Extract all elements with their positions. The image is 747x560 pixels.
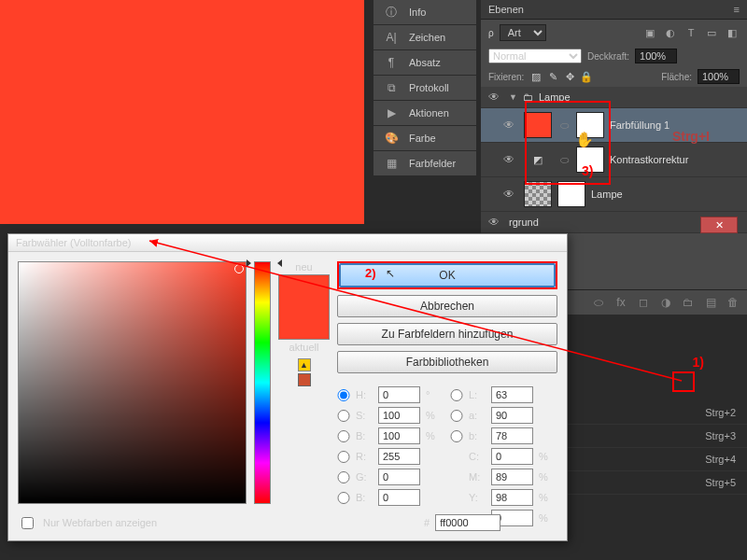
panel-farbe[interactable]: 🎨Farbe xyxy=(374,126,476,151)
visibility-icon[interactable]: 👁 xyxy=(500,188,518,201)
layer-name[interactable]: Kontrastkorrektur xyxy=(610,154,688,165)
saturation-brightness-field[interactable] xyxy=(18,261,247,504)
lock-transparent-icon[interactable]: ▨ xyxy=(529,71,543,83)
annotation-box-1 xyxy=(672,371,695,392)
filter-kind-select[interactable]: Art xyxy=(500,24,546,41)
color-picker-dialog: Farbwähler (Volltonfarbe) neu aktuell ▲ … xyxy=(7,233,568,541)
new-layer-icon[interactable]: ▤ xyxy=(701,295,720,310)
blend-mode-select[interactable]: Normal xyxy=(488,49,582,63)
filter-pixel-icon[interactable]: ▣ xyxy=(642,25,657,40)
add-swatch-button[interactable]: Zu Farbfeldern hinzufügen xyxy=(337,323,557,345)
layer-group[interactable]: 👁 ▼ 🗀 Lampe xyxy=(481,87,747,108)
adjustment-layer-icon[interactable]: ◑ xyxy=(656,295,675,310)
g-input[interactable] xyxy=(378,469,420,485)
group-icon[interactable]: 🗀 xyxy=(679,295,698,310)
h-radio[interactable] xyxy=(337,389,350,401)
mask-thumbnail[interactable] xyxy=(557,181,585,207)
a-input[interactable] xyxy=(491,407,533,424)
panel-protokoll[interactable]: ⧉Protokoll xyxy=(374,76,476,101)
annotation-3: 3) xyxy=(582,163,593,178)
filter-smart-icon[interactable]: ◧ xyxy=(725,25,740,40)
bval-input[interactable] xyxy=(378,427,420,444)
b-input[interactable] xyxy=(491,427,533,444)
panel-menu-icon[interactable]: ≡ xyxy=(734,4,740,15)
fill-input[interactable] xyxy=(698,69,740,84)
panel-title: Ebenen xyxy=(488,4,524,15)
l-radio[interactable] xyxy=(450,389,463,401)
y-input[interactable] xyxy=(491,489,533,506)
b-radio[interactable] xyxy=(337,430,350,442)
dialog-titlebar[interactable]: Farbwähler (Volltonfarbe) xyxy=(8,234,567,252)
color-values-grid: H:° L: S:% a: B:% b: R: C:% G: M:% B: Y:… xyxy=(337,386,557,526)
lock-position-icon[interactable]: ✥ xyxy=(563,71,576,83)
color-picker-ring[interactable] xyxy=(234,264,244,273)
gamut-swatch[interactable] xyxy=(298,373,311,386)
a-radio[interactable] xyxy=(450,410,463,422)
r-radio[interactable] xyxy=(337,451,350,463)
layer-row[interactable]: 👁 Lampe xyxy=(481,177,747,212)
disclosure-icon[interactable]: ▼ xyxy=(509,92,517,102)
s-radio[interactable] xyxy=(337,410,350,422)
visibility-icon[interactable]: 👁 xyxy=(500,119,518,132)
canvas-area[interactable] xyxy=(0,0,364,224)
hex-input[interactable] xyxy=(435,514,500,531)
dialog-close-button[interactable]: ✕ xyxy=(700,217,738,233)
c-input[interactable] xyxy=(491,448,533,465)
filter-type-icon[interactable]: T xyxy=(684,25,698,40)
layer-row[interactable]: 👁 ◩ ⬭ Kontrastkorrektur xyxy=(481,143,747,177)
actions-icon: ▶ xyxy=(383,106,400,119)
hue-slider-thumb[interactable] xyxy=(250,259,278,267)
r-input[interactable] xyxy=(378,448,420,465)
link-layers-icon[interactable]: ⬭ xyxy=(589,295,608,310)
g-radio[interactable] xyxy=(337,471,350,483)
blue-input[interactable] xyxy=(378,489,420,506)
panel-info[interactable]: ⓘInfo xyxy=(374,0,476,25)
cancel-button[interactable]: Abbrechen xyxy=(337,295,557,317)
delete-icon[interactable]: 🗑 xyxy=(724,295,742,310)
opacity-label: Deckkraft: xyxy=(587,51,629,62)
lock-all-icon[interactable]: 🔒 xyxy=(580,71,593,83)
web-colors-label: Nur Webfarben anzeigen xyxy=(43,517,157,528)
m-input[interactable] xyxy=(491,469,533,485)
annotation-2: 2) xyxy=(365,266,376,280)
web-colors-checkbox[interactable] xyxy=(21,517,34,529)
hand-cursor-icon: ✋ xyxy=(575,131,594,148)
visibility-icon[interactable]: 👁 xyxy=(485,91,503,104)
cursor-icon: ↖ xyxy=(386,267,395,280)
paragraph-icon: ¶ xyxy=(383,56,400,69)
panel-label: Info xyxy=(409,7,426,18)
layer-name[interactable]: Farbfüllung 1 xyxy=(610,119,669,131)
annotation-box-3 xyxy=(525,101,611,185)
panel-zeichen[interactable]: A|Zeichen xyxy=(374,25,476,50)
blue-radio[interactable] xyxy=(337,492,350,504)
gamut-warning-icon[interactable]: ▲ xyxy=(298,358,311,371)
layer-thumbnail[interactable] xyxy=(524,181,552,207)
panel-aktionen[interactable]: ▶Aktionen xyxy=(374,101,476,126)
visibility-icon[interactable]: 👁 xyxy=(500,153,518,166)
l-input[interactable] xyxy=(491,386,533,403)
s-input[interactable] xyxy=(378,407,420,424)
hue-slider[interactable] xyxy=(254,261,271,504)
collapsed-panels: ⓘInfo A|Zeichen ¶Absatz ⧉Protokoll ▶Akti… xyxy=(374,0,476,176)
filter-adjust-icon[interactable]: ◐ xyxy=(663,25,678,40)
visibility-icon[interactable]: 👁 xyxy=(485,216,503,229)
annotation-1: 1) xyxy=(693,355,704,370)
h-input[interactable] xyxy=(378,386,420,403)
filter-shape-icon[interactable]: ▭ xyxy=(704,25,719,40)
history-icon: ⧉ xyxy=(383,81,400,94)
color-libraries-button[interactable]: Farbbibliotheken xyxy=(337,351,557,373)
opacity-input[interactable] xyxy=(635,49,677,63)
color-icon: 🎨 xyxy=(383,132,400,145)
panel-absatz[interactable]: ¶Absatz xyxy=(374,50,476,76)
panel-farbfelder[interactable]: ▦Farbfelder xyxy=(374,151,476,176)
fx-icon[interactable]: fx xyxy=(612,295,630,310)
panel-label: Absatz xyxy=(409,57,441,68)
color-swatch[interactable] xyxy=(278,274,330,340)
layer-name[interactable]: Lampe xyxy=(591,189,623,200)
lock-pixels-icon[interactable]: ✎ xyxy=(546,71,559,83)
layers-header[interactable]: Ebenen ≡ xyxy=(481,0,747,20)
layer-name[interactable]: rgrund xyxy=(509,217,539,228)
layer-list: 👁 ▼ 🗀 Lampe 👁 ⬭ Farbfüllung 1 👁 ◩ ⬭ Kont… xyxy=(481,87,747,233)
mask-icon[interactable]: ◻ xyxy=(634,295,653,310)
bb-radio[interactable] xyxy=(450,430,463,442)
